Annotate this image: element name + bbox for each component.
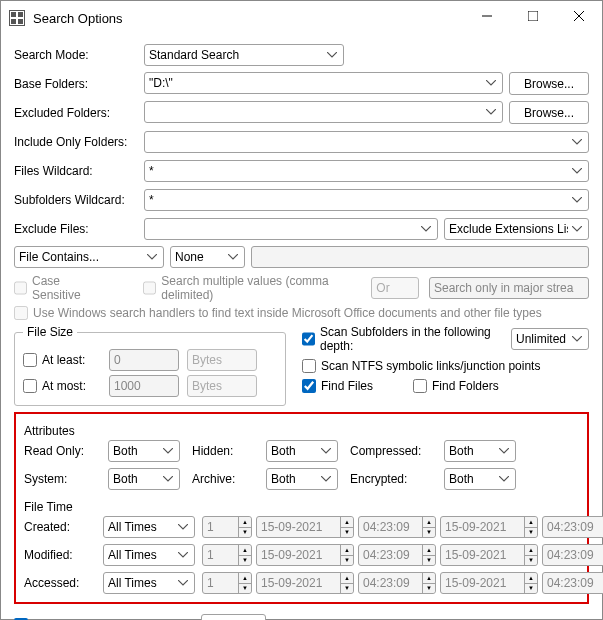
excluded-folders-select[interactable] — [144, 101, 503, 123]
spin-up-icon[interactable]: ▲ — [238, 517, 251, 528]
file-size-fieldset: File Size At least: Bytes At most: Bytes — [14, 325, 286, 406]
scan-depth-select[interactable]: Unlimited — [511, 328, 589, 350]
spin-down-icon[interactable]: ▼ — [340, 556, 353, 566]
spin-up-icon[interactable]: ▲ — [524, 517, 537, 528]
compressed-label: Compressed: — [350, 444, 440, 458]
titlebar: Search Options — [1, 1, 602, 35]
modified-mode-select[interactable]: All Times — [103, 544, 195, 566]
search-mode-label: Search Mode: — [14, 48, 144, 62]
encrypted-select[interactable]: Both — [444, 468, 516, 490]
spin-up-icon[interactable]: ▲ — [340, 517, 353, 528]
modified-time2-input[interactable] — [542, 544, 603, 566]
file-contains-select[interactable]: File Contains... — [14, 246, 164, 268]
spin-down-icon[interactable]: ▼ — [238, 528, 251, 538]
system-select[interactable]: Both — [108, 468, 180, 490]
close-button[interactable] — [556, 1, 602, 31]
app-icon — [9, 10, 25, 26]
case-sensitive-checkbox[interactable] — [14, 281, 27, 295]
search-mode-select[interactable]: Standard Search — [144, 44, 344, 66]
at-most-input[interactable] — [109, 375, 179, 397]
maximize-button[interactable] — [510, 1, 556, 31]
file-contains-input[interactable] — [251, 246, 589, 268]
minimize-button[interactable] — [464, 1, 510, 31]
files-wildcard-select[interactable]: * — [144, 160, 589, 182]
spin-down-icon[interactable]: ▼ — [524, 528, 537, 538]
system-label: System: — [24, 472, 104, 486]
spin-up-icon[interactable]: ▲ — [422, 545, 435, 556]
scan-ntfs-checkbox[interactable] — [302, 359, 316, 373]
at-least-checkbox[interactable] — [23, 353, 37, 367]
win-handlers-checkbox[interactable] — [14, 306, 28, 320]
created-mode-select[interactable]: All Times — [103, 516, 195, 538]
spin-up-icon[interactable]: ▲ — [524, 573, 537, 584]
created-time2-input[interactable] — [542, 516, 603, 538]
spin-down-icon[interactable]: ▼ — [422, 528, 435, 538]
spin-down-icon[interactable]: ▼ — [524, 556, 537, 566]
search-options-window: Search Options Search Mode: Standard Sea… — [0, 0, 603, 620]
multi-values-label: Search multiple values (comma delimited) — [161, 274, 361, 302]
logic-select[interactable]: Or — [371, 277, 419, 299]
find-folders-label: Find Folders — [432, 379, 499, 393]
spin-up-icon[interactable]: ▲ — [340, 545, 353, 556]
files-wildcard-label: Files Wildcard: — [14, 164, 144, 178]
stop-after-input[interactable] — [201, 614, 266, 620]
archive-select[interactable]: Both — [266, 468, 338, 490]
hidden-label: Hidden: — [192, 444, 262, 458]
include-only-label: Include Only Folders: — [14, 135, 144, 149]
spin-up-icon[interactable]: ▲ — [238, 573, 251, 584]
spin-up-icon[interactable]: ▲ — [422, 573, 435, 584]
exclude-extensions-select[interactable]: Exclude Extensions List — [444, 218, 589, 240]
spin-down-icon[interactable]: ▼ — [340, 528, 353, 538]
major-streams-input[interactable] — [429, 277, 589, 299]
at-most-label: At most: — [42, 379, 86, 393]
spin-up-icon[interactable]: ▲ — [340, 573, 353, 584]
find-files-label: Find Files — [321, 379, 373, 393]
base-folders-label: Base Folders: — [14, 77, 144, 91]
multi-values-checkbox[interactable] — [143, 281, 156, 295]
spin-up-icon[interactable]: ▲ — [238, 545, 251, 556]
base-folders-select[interactable]: "D:\" — [144, 72, 503, 94]
subfolders-wildcard-select[interactable]: * — [144, 189, 589, 211]
spin-down-icon[interactable]: ▼ — [422, 556, 435, 566]
case-sensitive-label: Case Sensitive — [32, 274, 103, 302]
spin-down-icon[interactable]: ▼ — [238, 584, 251, 594]
spin-up-icon[interactable]: ▲ — [422, 517, 435, 528]
encrypted-label: Encrypted: — [350, 472, 440, 486]
browse-base-button[interactable]: Browse... — [509, 72, 589, 95]
accessed-label: Accessed: — [24, 576, 99, 590]
read-only-select[interactable]: Both — [108, 440, 180, 462]
at-least-input[interactable] — [109, 349, 179, 371]
excluded-folders-label: Excluded Folders: — [14, 106, 144, 120]
spin-down-icon[interactable]: ▼ — [524, 584, 537, 594]
svg-rect-1 — [528, 11, 538, 21]
highlighted-section: Attributes Read Only: Both Hidden: Both … — [14, 412, 589, 604]
window-title: Search Options — [33, 11, 464, 26]
find-folders-checkbox[interactable] — [413, 379, 427, 393]
created-label: Created: — [24, 520, 99, 534]
accessed-mode-select[interactable]: All Times — [103, 572, 195, 594]
include-only-select[interactable] — [144, 131, 589, 153]
compressed-select[interactable]: Both — [444, 440, 516, 462]
accessed-time2-input[interactable] — [542, 572, 603, 594]
exclude-files-select[interactable] — [144, 218, 438, 240]
scan-ntfs-label: Scan NTFS symbolic links/junction points — [321, 359, 540, 373]
at-most-checkbox[interactable] — [23, 379, 37, 393]
file-time-legend: File Time — [24, 500, 579, 514]
at-most-unit-select[interactable]: Bytes — [187, 375, 257, 397]
spin-up-icon[interactable]: ▲ — [524, 545, 537, 556]
at-least-label: At least: — [42, 353, 85, 367]
modified-label: Modified: — [24, 548, 99, 562]
at-least-unit-select[interactable]: Bytes — [187, 349, 257, 371]
scan-subfolders-checkbox[interactable] — [302, 332, 315, 346]
scan-subfolders-label: Scan Subfolders in the following depth: — [320, 325, 505, 353]
subfolders-wildcard-label: Subfolders Wildcard: — [14, 193, 144, 207]
attributes-legend: Attributes — [24, 424, 579, 438]
exclude-files-label: Exclude Files: — [14, 222, 144, 236]
hidden-select[interactable]: Both — [266, 440, 338, 462]
spin-down-icon[interactable]: ▼ — [422, 584, 435, 594]
file-contains-mode-select[interactable]: None — [170, 246, 245, 268]
find-files-checkbox[interactable] — [302, 379, 316, 393]
browse-excluded-button[interactable]: Browse... — [509, 101, 589, 124]
spin-down-icon[interactable]: ▼ — [340, 584, 353, 594]
spin-down-icon[interactable]: ▼ — [238, 556, 251, 566]
